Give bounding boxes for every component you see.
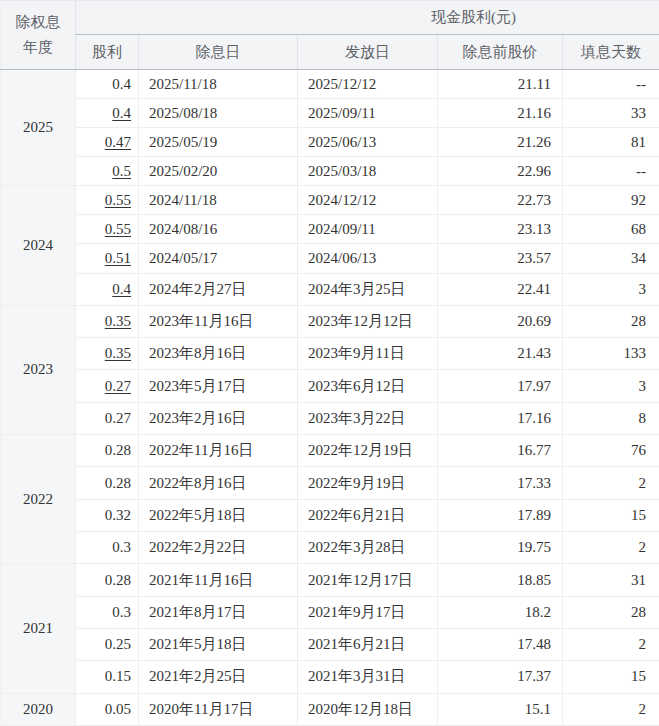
- days-cell: 2: [563, 467, 659, 499]
- table-row: 0.272023年5月17日2023年6月12日17.973: [1, 370, 659, 402]
- price-cell: 17.16: [438, 402, 563, 434]
- days-cell: 92: [563, 186, 659, 215]
- pay-date-cell: 2022年12月19日: [298, 435, 438, 467]
- price-cell: 22.73: [438, 186, 563, 215]
- pay-date-cell: 2022年9月19日: [298, 467, 438, 499]
- dividend-link[interactable]: 0.55: [105, 192, 131, 208]
- days-cell: 76: [563, 435, 659, 467]
- table-row: 20230.352023年11月16日2023年12月12日20.6928: [1, 305, 659, 337]
- dividend-cell: 0.27: [76, 370, 139, 402]
- table-row: 0.352023年8月16日2023年9月11日21.43133: [1, 338, 659, 370]
- ex-date-cell: 2024/11/18: [139, 186, 298, 215]
- days-cell: --: [563, 70, 659, 99]
- dividend-link[interactable]: 0.4: [112, 105, 131, 121]
- price-cell: 17.89: [438, 499, 563, 531]
- ex-date-cell: 2021年11月16日: [139, 564, 298, 596]
- table-row: 0.52025/02/202025/03/1822.96--: [1, 157, 659, 186]
- dividend-link[interactable]: 0.27: [105, 378, 131, 394]
- days-cell: 15: [563, 499, 659, 531]
- price-cell: 15.1: [438, 693, 563, 725]
- pay-date-cell: 2024/09/11: [298, 215, 438, 244]
- pay-date-cell: 2024/12/12: [298, 186, 438, 215]
- dividend-value: 0.32: [105, 507, 131, 523]
- dividend-cell: 0.55: [76, 186, 139, 215]
- dividend-link[interactable]: 0.5: [112, 163, 131, 179]
- table-row: 0.42025/08/182025/09/1121.1633: [1, 99, 659, 128]
- ex-date-cell: 2025/05/19: [139, 128, 298, 157]
- year-cell: 2025: [1, 70, 76, 186]
- dividend-cell: 0.35: [76, 305, 139, 337]
- table-row: 0.32021年8月17日2021年9月17日18.228: [1, 596, 659, 628]
- ex-date-cell: 2022年5月18日: [139, 499, 298, 531]
- table-row: 0.472025/05/192025/06/1321.2681: [1, 128, 659, 157]
- dividend-cell: 0.28: [76, 467, 139, 499]
- pay-date-cell: 2021年3月31日: [298, 661, 438, 693]
- dividend-cell: 0.4: [76, 70, 139, 99]
- days-cell: 2: [563, 532, 659, 564]
- days-cell: 28: [563, 305, 659, 337]
- dividend-cell: 0.25: [76, 628, 139, 660]
- dividend-link[interactable]: 0.4: [112, 281, 131, 297]
- dividend-cell: 0.3: [76, 596, 139, 628]
- dividend-cell: 0.3: [76, 532, 139, 564]
- price-cell: 17.97: [438, 370, 563, 402]
- dividend-value: 0.4: [112, 76, 131, 92]
- dividend-cell: 0.28: [76, 564, 139, 596]
- pay-date-cell: 2025/12/12: [298, 70, 438, 99]
- pay-date-cell: 2025/03/18: [298, 157, 438, 186]
- table-header: 除权息 年度 现金股利(元) 股利 除息日 发放日 除息前股价 填息天数: [1, 1, 659, 70]
- days-cell: 15: [563, 661, 659, 693]
- ex-date-cell: 2023年8月16日: [139, 338, 298, 370]
- days-cell: 133: [563, 338, 659, 370]
- dividend-value: 0.28: [105, 475, 131, 491]
- dividend-cell: 0.35: [76, 338, 139, 370]
- dividend-link[interactable]: 0.35: [105, 345, 131, 361]
- dividend-table: 除权息 年度 现金股利(元) 股利 除息日 发放日 除息前股价 填息天数 202…: [0, 0, 659, 726]
- year-cell: 2022: [1, 435, 76, 564]
- col-header-dividend: 股利: [76, 35, 139, 70]
- col-header-cash-dividend: 现金股利(元): [76, 1, 659, 35]
- table-row: 0.42024年2月27日2024年3月25日22.413: [1, 273, 659, 305]
- dividend-link[interactable]: 0.35: [105, 313, 131, 329]
- table-row: 20240.552024/11/182024/12/1222.7392: [1, 186, 659, 215]
- dividend-link[interactable]: 0.47: [105, 134, 131, 150]
- dividend-link[interactable]: 0.51: [105, 250, 131, 266]
- ex-date-cell: 2022年11月16日: [139, 435, 298, 467]
- pay-date-cell: 2023年3月22日: [298, 402, 438, 434]
- dividend-cell: 0.05: [76, 693, 139, 725]
- days-cell: --: [563, 157, 659, 186]
- ex-date-cell: 2025/08/18: [139, 99, 298, 128]
- dividend-cell: 0.4: [76, 99, 139, 128]
- price-cell: 21.26: [438, 128, 563, 157]
- price-cell: 21.43: [438, 338, 563, 370]
- table-row: 20210.282021年11月16日2021年12月17日18.8531: [1, 564, 659, 596]
- pay-date-cell: 2022年6月21日: [298, 499, 438, 531]
- table-row: 0.282022年8月16日2022年9月19日17.332: [1, 467, 659, 499]
- ex-date-cell: 2024/05/17: [139, 244, 298, 273]
- pay-date-cell: 2024/06/13: [298, 244, 438, 273]
- dividend-link[interactable]: 0.55: [105, 221, 131, 237]
- price-cell: 21.16: [438, 99, 563, 128]
- dividend-cell: 0.27: [76, 402, 139, 434]
- dividend-value: 0.27: [105, 410, 131, 426]
- year-cell: 2023: [1, 305, 76, 434]
- ex-date-cell: 2023年11月16日: [139, 305, 298, 337]
- price-cell: 20.69: [438, 305, 563, 337]
- price-cell: 21.11: [438, 70, 563, 99]
- ex-date-cell: 2020年11月17日: [139, 693, 298, 725]
- days-cell: 68: [563, 215, 659, 244]
- ex-date-cell: 2023年2月16日: [139, 402, 298, 434]
- pay-date-cell: 2021年6月21日: [298, 628, 438, 660]
- days-cell: 33: [563, 99, 659, 128]
- year-cell: 2020: [1, 693, 76, 725]
- ex-date-cell: 2022年8月16日: [139, 467, 298, 499]
- pay-date-cell: 2025/09/11: [298, 99, 438, 128]
- dividend-history-page: 除权息 年度 现金股利(元) 股利 除息日 发放日 除息前股价 填息天数 202…: [0, 0, 659, 726]
- price-cell: 17.37: [438, 661, 563, 693]
- days-cell: 81: [563, 128, 659, 157]
- dividend-cell: 0.51: [76, 244, 139, 273]
- pay-date-cell: 2024年3月25日: [298, 273, 438, 305]
- ex-date-cell: 2021年8月17日: [139, 596, 298, 628]
- price-cell: 16.77: [438, 435, 563, 467]
- table-row: 20200.052020年11月17日2020年12月18日15.12: [1, 693, 659, 725]
